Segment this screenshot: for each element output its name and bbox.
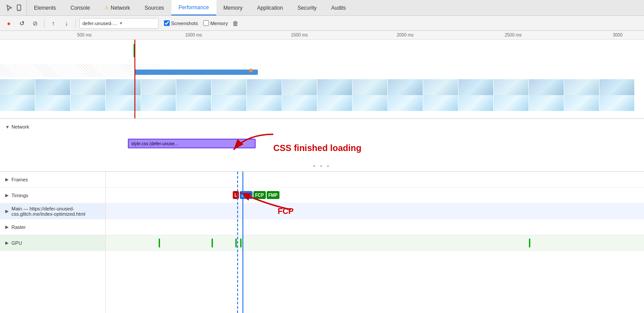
tab-application[interactable]: Application [250,0,290,15]
screenshot-thumb [282,79,317,95]
tab-console[interactable]: Console [63,0,97,15]
screenshot-thumb2 [599,95,635,111]
tab-network[interactable]: Network [97,0,138,15]
screenshot-thumb2 [529,95,564,111]
network-label: ▼ Network [5,124,29,129]
frames-track-row [106,172,644,188]
memory-label[interactable]: Memory [203,20,228,26]
timeline-tracks [0,40,644,119]
screenshot-thumb2 [564,95,599,111]
gpu-label: GPU [11,240,22,246]
dashed-vertical-line [237,172,238,313]
screenshot-thumb2 [388,95,423,111]
screenshot-thumb2 [106,95,141,111]
screenshot-thumb2 [353,95,388,111]
network-section-title: Network [11,124,29,129]
main-track-row [106,203,644,219]
gpu-tick [235,239,237,247]
screenshot-thumb2 [494,95,529,111]
device-icon[interactable] [15,4,23,12]
cursor-icon[interactable] [5,4,13,12]
svg-point-1 [19,9,19,10]
screenshots-label[interactable]: Screenshots [164,20,198,26]
screenshot-thumb [564,79,599,95]
tab-security[interactable]: Security [290,0,324,15]
gpu-tick [240,239,242,247]
main-row-label: ▶ Main — https://defer-unused-css.glitch… [0,203,105,219]
gpu-arrow[interactable]: ▶ [5,240,9,245]
tab-memory[interactable]: Memory [216,0,250,15]
screenshot-strip-bottom [0,95,644,111]
screenshot-thumb [529,79,564,95]
screenshots-checkbox-group: Screenshots [164,20,198,26]
screenshot-thumb [0,79,35,95]
tick-1000ms: 1000 ms [185,33,202,37]
tab-bar: Elements Console Network Sources Perform… [0,0,644,16]
screenshot-thumb [141,79,176,95]
network-section: ▼ Network style.css (defer-unuse... CSS … [0,119,644,172]
stop-button[interactable]: ⊘ [30,18,41,29]
raster-arrow[interactable]: ▶ [5,225,9,229]
screenshot-thumb2 [458,95,494,111]
track-labels: ▶ Frames ▶ Timings ▶ Main — https://defe… [0,172,106,313]
track-content: L DCL FCP FMP [106,172,644,313]
screenshot-thumb [247,79,282,95]
performance-container: 500 ms 1000 ms 1500 ms 2000 ms 2500 ms 3… [0,31,644,313]
screenshot-thumb [388,79,423,95]
main-arrow[interactable]: ▶ [5,209,9,214]
tab-sources[interactable]: Sources [138,0,171,15]
chevron-down-icon: ▾ [120,21,156,26]
screenshots-checkbox[interactable] [164,20,170,26]
frames-row-label: ▶ Frames [0,172,105,188]
frames-arrow[interactable]: ▶ [5,177,9,182]
tab-audits[interactable]: Audits [324,0,353,15]
frames-label: Frames [11,177,28,182]
screenshot-thumb [599,79,635,95]
tick-2500ms: 2500 ms [505,33,521,37]
tab-elements[interactable]: Elements [27,0,63,15]
fcp-annotation-text: FCP [278,207,294,216]
raster-track-row [106,219,644,235]
screenshot-thumb2 [0,95,35,111]
screenshot-thumb2 [282,95,317,111]
reload-button[interactable]: ↺ [17,18,27,29]
screenshot-thumb [176,79,212,95]
record-button[interactable]: ● [4,18,14,29]
screenshot-thumb [106,79,141,95]
screenshot-thumb [71,79,106,95]
tab-performance[interactable]: Performance [171,0,216,15]
gpu-track-row [106,235,644,251]
main-url: Main — https://defer-unused-css.glitch.m… [11,206,105,217]
memory-checkbox[interactable] [203,20,209,26]
url-text: defer-unused-css.glitch.... [82,21,118,26]
raster-label: Raster [11,225,26,230]
blue-vertical-line [242,172,243,313]
hatch-area-left [0,64,132,77]
red-marker-line [134,40,135,119]
clear-button[interactable]: 🗑 [232,20,238,27]
network-arrow[interactable]: ▼ [5,125,10,129]
toolbar: ● ↺ ⊘ ↑ ↓ defer-unused-css.glitch.... ▾ … [0,16,644,31]
screenshot-thumb [353,79,388,95]
screenshot-thumb2 [71,95,106,111]
screenshot-thumb2 [423,95,458,111]
url-dropdown[interactable]: defer-unused-css.glitch.... ▾ [79,18,159,29]
tick-500ms: 500 ms [77,33,92,37]
gpu-tick [159,239,160,247]
screenshot-thumb2 [247,95,282,111]
css-finished-text: CSS finished loading [273,143,361,153]
upload-button[interactable]: ↑ [48,18,59,29]
screenshot-thumb2 [176,95,212,111]
tick-3000ms: 3000 [613,33,622,37]
screenshot-thumb [35,79,71,95]
timeline-overview[interactable]: 500 ms 1000 ms 1500 ms 2000 ms 2500 ms 3… [0,31,644,119]
download-button[interactable]: ↓ [61,18,72,29]
raster-row-label: ▶ Raster [0,219,105,235]
tick-2000ms: 2000 ms [397,33,413,37]
screenshot-thumb [212,79,247,95]
detail-panel: ▶ Frames ▶ Timings ▶ Main — https://defe… [0,172,644,313]
screenshot-thumb2 [35,95,71,111]
screenshot-strip-top [0,79,644,95]
timings-track-row: L DCL FCP FMP [106,188,644,203]
timings-arrow[interactable]: ▶ [5,193,9,198]
